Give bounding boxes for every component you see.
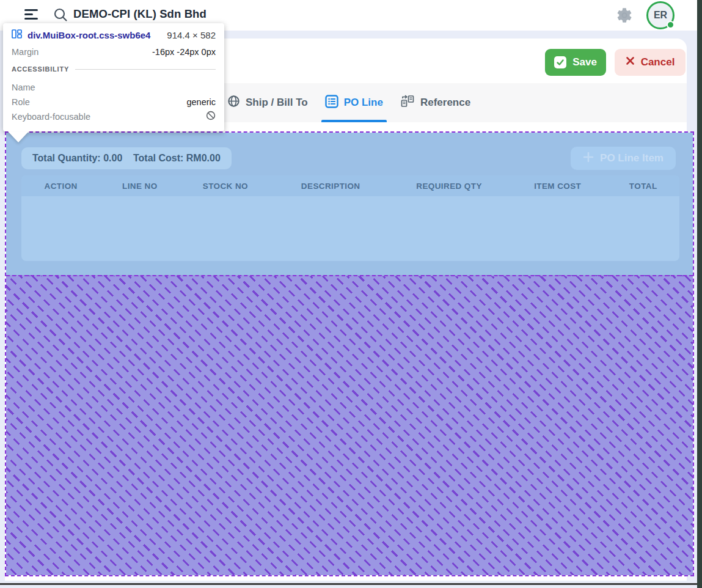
save-button[interactable]: Save	[545, 49, 606, 76]
tab-reference[interactable]: Reference	[392, 83, 479, 122]
avatar-initials: ER	[654, 10, 667, 21]
online-status-dot	[667, 21, 675, 29]
active-tab-indicator	[321, 120, 387, 122]
devtools-inspect-tooltip: div.MuiBox-root.css-swb6e4 914.4 × 582 M…	[3, 23, 224, 131]
reference-docs-icon	[400, 94, 415, 112]
cancel-button[interactable]: Cancel	[615, 49, 686, 76]
plus-icon	[583, 152, 594, 166]
not-focusable-icon	[206, 111, 216, 123]
col-header-stock-no: STOCK NO	[179, 182, 271, 191]
tab-ship-bill-to[interactable]: Ship / Bill To	[219, 83, 316, 122]
a11y-role-label: Role	[12, 97, 30, 107]
inspected-element-dimensions: 914.4 × 582	[167, 30, 216, 40]
a11y-keyboard-focusable-label: Keyboard-focusable	[12, 112, 90, 122]
margin-label: Margin	[12, 47, 38, 57]
ship-bill-to-icon	[227, 95, 240, 111]
company-title: DEMO-CPI (KL) Sdn Bhd	[73, 7, 207, 21]
devtools-margin-hatch-overlay	[6, 275, 693, 575]
search-icon[interactable]	[53, 7, 68, 23]
col-header-description: DESCRIPTION	[271, 182, 390, 191]
gear-icon[interactable]	[616, 7, 633, 24]
po-line-table-empty-body	[21, 196, 679, 261]
tab-label: PO Line	[344, 97, 383, 109]
a11y-role-value: generic	[186, 97, 216, 107]
total-quantity-chip: Total Quantity: 0.00	[21, 147, 133, 169]
cancel-button-label: Cancel	[641, 56, 675, 68]
accessibility-divider	[75, 69, 216, 70]
po-line-table-header-row: ACTION LINE NO STOCK NO DESCRIPTION REQU…	[21, 175, 679, 196]
col-header-required-qty: REQUIRED QTY	[390, 182, 508, 191]
a11y-name-label: Name	[12, 83, 35, 92]
add-po-line-item-label: PO Line Item	[600, 152, 664, 164]
avatar[interactable]: ER	[646, 1, 675, 29]
devtools-content-highlight: Total Quantity: 0.00 Total Cost: RM0.00 …	[6, 133, 693, 275]
po-line-table: ACTION LINE NO STOCK NO DESCRIPTION REQU…	[21, 175, 679, 261]
add-po-line-item-button[interactable]: PO Line Item	[571, 147, 676, 170]
tab-label: Reference	[420, 97, 470, 109]
accessibility-heading: ACCESSIBILITY	[12, 65, 69, 73]
tab-po-line[interactable]: PO Line	[316, 83, 392, 122]
po-line-list-icon	[325, 95, 338, 111]
element-badge-icon	[12, 29, 22, 41]
hamburger-menu-icon[interactable]	[24, 9, 38, 20]
col-header-total: TOTAL	[607, 182, 679, 191]
margin-value: -16px -24px 0px	[152, 47, 216, 57]
col-header-item-cost: ITEM COST	[508, 182, 607, 191]
total-cost-chip: Total Cost: RM0.00	[122, 147, 232, 169]
devtools-highlight-overlay: Total Quantity: 0.00 Total Cost: RM0.00 …	[5, 131, 694, 576]
app-screen: DEMO-CPI (KL) Sdn Bhd ER Save Cancel Shi…	[0, 0, 702, 588]
inspected-element-selector: div.MuiBox-root.css-swb6e4	[27, 30, 150, 40]
col-header-line-no: LINE NO	[100, 182, 179, 191]
save-check-icon	[554, 56, 566, 68]
save-button-label: Save	[572, 56, 597, 68]
tab-label: Ship / Bill To	[246, 97, 308, 109]
col-header-action: ACTION	[21, 182, 100, 191]
cancel-x-icon	[626, 56, 635, 68]
window-right-edge	[697, 0, 702, 588]
window-bottom-edge	[0, 583, 702, 585]
tooltip-arrow	[8, 131, 29, 142]
